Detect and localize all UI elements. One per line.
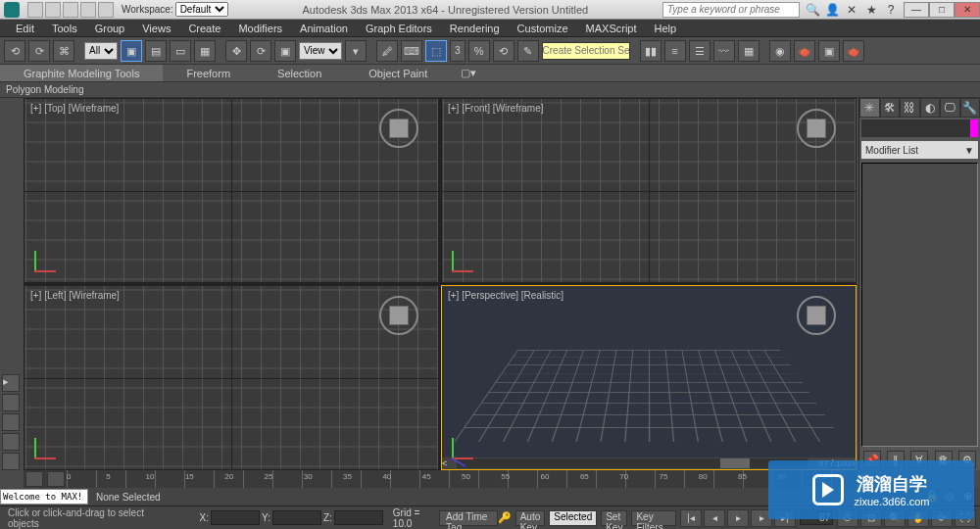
z-input[interactable] <box>334 510 383 525</box>
ribbon-tab-selection[interactable]: Selection <box>254 65 345 81</box>
viewport-label-top[interactable]: [+] [Top] [Wireframe] <box>30 103 119 114</box>
timeslider-mini-icon[interactable] <box>25 471 43 487</box>
key-selected-button[interactable]: Selected <box>549 510 597 526</box>
viewport-layout-add-icon[interactable] <box>2 453 20 470</box>
lock-icon[interactable]: 🔑 <box>498 511 512 524</box>
layers-icon[interactable]: ☰ <box>689 40 710 62</box>
viewport-front[interactable]: [+] [Front] [Wireframe] <box>441 98 857 283</box>
maxscript-listener[interactable]: Welcome to MAX! <box>0 489 88 505</box>
app-logo[interactable] <box>4 2 20 18</box>
help-icon[interactable]: ? <box>884 3 898 17</box>
close-button[interactable]: ✕ <box>955 2 980 18</box>
align-icon[interactable]: ≡ <box>664 40 686 62</box>
manipulate-icon[interactable]: 🖉 <box>376 40 398 62</box>
menu-grapheditors[interactable]: Graph Editors <box>358 23 440 34</box>
curve-editor-icon[interactable]: 〰 <box>713 40 735 62</box>
scale-icon[interactable]: ▣ <box>274 40 296 62</box>
move-icon[interactable]: ✥ <box>225 40 247 62</box>
schematic-view-icon[interactable]: ▦ <box>738 40 760 62</box>
menu-create[interactable]: Create <box>180 23 228 34</box>
select-region-icon[interactable]: ▭ <box>170 40 191 62</box>
viewport-label-front[interactable]: [+] [Front] [Wireframe] <box>448 103 544 114</box>
window-crossing-icon[interactable]: ▦ <box>194 40 216 62</box>
ribbon-panel-label[interactable]: Polygon Modeling <box>0 82 980 98</box>
menu-maxscript[interactable]: MAXScript <box>578 23 645 34</box>
signin-icon[interactable]: 👤 <box>825 3 839 17</box>
rotate-icon[interactable]: ⟳ <box>250 40 271 62</box>
ribbon-tab-freeform[interactable]: Freeform <box>163 65 254 81</box>
bind-icon[interactable]: ⌘ <box>53 40 74 62</box>
link-icon[interactable]: ⟲ <box>4 40 25 62</box>
qat-new-icon[interactable] <box>27 2 43 18</box>
viewport-perspective[interactable]: [+] [Perspective] [Realistic] < 87 / 100… <box>441 285 857 470</box>
menu-tools[interactable]: Tools <box>44 23 85 34</box>
modifier-stack[interactable] <box>861 163 978 447</box>
qat-redo-icon[interactable] <box>98 2 114 18</box>
viewport-left[interactable]: [+] [Left] [Wireframe] <box>24 285 439 470</box>
prev-frame-icon[interactable]: ◂ <box>704 509 725 527</box>
add-time-tag-button[interactable]: Add Time Tag <box>439 510 498 526</box>
workspace-select[interactable]: Default <box>175 2 228 17</box>
y-input[interactable] <box>272 510 321 525</box>
create-tab-icon[interactable]: ✳ <box>859 98 880 118</box>
spinner-snap-icon[interactable]: ⟲ <box>493 40 514 62</box>
object-name-field[interactable] <box>861 120 978 137</box>
hierarchy-tab-icon[interactable]: ⛓ <box>900 98 920 118</box>
help-search-input[interactable] <box>662 2 800 18</box>
qat-open-icon[interactable] <box>45 2 61 18</box>
command-expand-icon[interactable]: ▸ <box>2 374 20 392</box>
named-selection-input[interactable] <box>542 42 630 60</box>
timeslider-open-icon[interactable] <box>47 471 65 487</box>
modify-tab-icon[interactable]: 🛠 <box>880 98 901 118</box>
menu-views[interactable]: Views <box>134 23 178 34</box>
viewport-top[interactable]: [+] [Top] [Wireframe] <box>24 98 439 283</box>
menu-group[interactable]: Group <box>87 23 133 34</box>
maximize-button[interactable]: □ <box>929 2 955 18</box>
mirror-icon[interactable]: ▮▮ <box>640 40 662 62</box>
menu-help[interactable]: Help <box>647 23 685 34</box>
viewport-layout-2-icon[interactable] <box>2 413 20 431</box>
render-setup-icon[interactable]: 🫖 <box>794 40 815 62</box>
display-tab-icon[interactable]: 🖵 <box>940 98 960 118</box>
favorites-icon[interactable]: ★ <box>864 3 878 17</box>
time-ruler[interactable]: 0510152025303540455055606570758085909510… <box>67 470 857 488</box>
selection-filter[interactable]: All <box>84 42 118 60</box>
ribbon-tab-objectpaint[interactable]: Object Paint <box>345 65 451 81</box>
render-frame-icon[interactable]: ▣ <box>818 40 840 62</box>
exchange-icon[interactable]: ✕ <box>845 3 858 17</box>
modifier-list-dropdown[interactable]: Modifier List▼ <box>861 141 978 159</box>
angle-snap-icon[interactable]: 3 <box>450 40 466 62</box>
render-icon[interactable]: 🫖 <box>843 40 864 62</box>
setkey-button[interactable]: Set Key <box>601 510 627 526</box>
percent-snap-icon[interactable]: % <box>468 40 490 62</box>
viewport-layout-3-icon[interactable] <box>2 433 20 451</box>
autokey-button[interactable]: Auto Key <box>515 510 546 526</box>
goto-start-icon[interactable]: |◂ <box>680 509 702 527</box>
viewcube-top[interactable] <box>379 109 418 148</box>
infocenter-icon[interactable]: 🔍 <box>806 3 819 17</box>
viewcube-front[interactable] <box>797 109 836 148</box>
snap-toggle-icon[interactable]: ⬚ <box>425 40 447 62</box>
menu-edit[interactable]: Edit <box>8 23 42 34</box>
viewcube-perspective[interactable] <box>797 296 836 335</box>
x-input[interactable] <box>211 510 260 525</box>
minimize-button[interactable]: — <box>904 2 929 18</box>
menu-customize[interactable]: Customize <box>510 23 576 34</box>
ribbon-collapse-icon[interactable]: ▢▾ <box>459 67 478 79</box>
qat-undo-icon[interactable] <box>80 2 96 18</box>
refcoord-select[interactable]: View <box>299 42 342 60</box>
utilities-tab-icon[interactable]: 🔧 <box>960 98 981 118</box>
motion-tab-icon[interactable]: ◐ <box>920 98 941 118</box>
time-slider[interactable]: 0510152025303540455055606570758085909510… <box>24 470 857 488</box>
qat-save-icon[interactable] <box>63 2 78 18</box>
menu-modifiers[interactable]: Modifiers <box>230 23 290 34</box>
keyfilters-button[interactable]: Key Filters... <box>631 510 676 526</box>
select-by-name-icon[interactable]: ▤ <box>145 40 167 62</box>
unlink-icon[interactable]: ⟳ <box>28 40 50 62</box>
edit-named-sel-icon[interactable]: ✎ <box>517 40 539 62</box>
play-icon[interactable]: ▸ <box>727 509 749 527</box>
viewport-label-perspective[interactable]: [+] [Perspective] [Realistic] <box>448 290 564 301</box>
material-editor-icon[interactable]: ◉ <box>769 40 791 62</box>
ribbon-tab-graphite[interactable]: Graphite Modeling Tools <box>0 65 163 81</box>
select-object-icon[interactable]: ▣ <box>121 40 142 62</box>
